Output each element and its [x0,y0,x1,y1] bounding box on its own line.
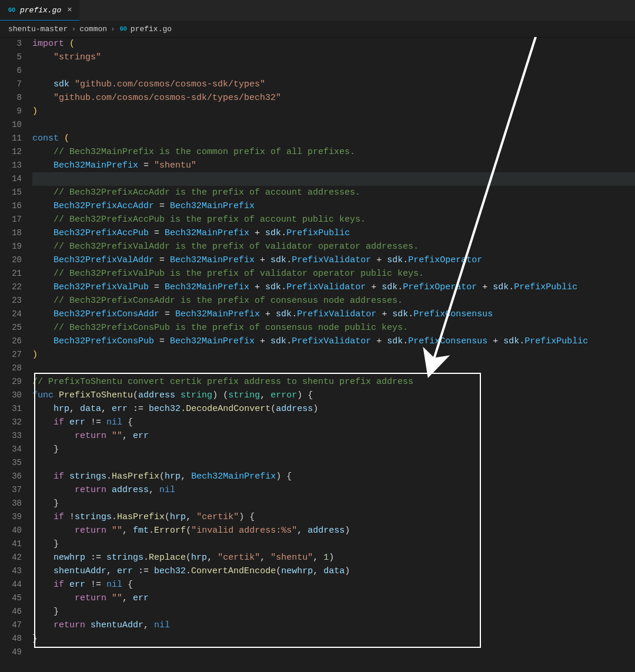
code-line[interactable] [32,172,635,186]
chevron-right-icon: › [111,25,115,34]
line-number: 27 [0,348,22,362]
line-number: 19 [0,240,22,253]
code-line[interactable]: // Bech32MainPrefix is the common prefix… [32,145,635,159]
tab-prefix-go[interactable]: GO prefix.go × [0,0,79,21]
code-line[interactable]: // Bech32PrefixConsPub is the prefix of … [32,321,635,335]
code-line[interactable]: const ( [32,132,635,145]
line-number: 34 [0,443,22,456]
code-line[interactable]: return "", err [32,591,635,605]
line-number: 44 [0,578,22,591]
go-file-icon: GO [7,5,16,15]
line-number: 45 [0,591,22,605]
code-line[interactable]: hrp, data, err := bech32.DecodeAndConver… [32,402,635,416]
line-number: 49 [0,646,22,659]
tab-filename: prefix.go [20,6,61,15]
line-number: 12 [0,145,22,159]
line-number: 15 [0,186,22,199]
line-number: 25 [0,321,22,335]
code-line[interactable]: "strings" [32,51,635,64]
code-line[interactable]: } [32,537,635,551]
line-number: 31 [0,402,22,416]
code-line[interactable]: // Bech32PrefixValPub is the prefix of v… [32,267,635,280]
line-number: 48 [0,632,22,646]
line-number: 9 [0,105,22,118]
line-number: 41 [0,537,22,551]
breadcrumb-file[interactable]: prefix.go [131,25,172,34]
breadcrumb-seg1[interactable]: shentu-master [8,25,68,34]
line-number: 22 [0,280,22,294]
code-line[interactable]: Bech32MainPrefix = "shentu" [32,159,635,172]
code-line[interactable]: } [32,497,635,510]
code-line[interactable]: "github.com/cosmos/cosmos-sdk/types/bech… [32,91,635,105]
code-line[interactable]: // Bech32PrefixAccPub is the prefix of a… [32,213,635,226]
code-line[interactable]: Bech32PrefixAccAddr = Bech32MainPrefix [32,199,635,213]
code-line[interactable]: } [32,443,635,456]
line-number: 10 [0,118,22,132]
code-line[interactable]: Bech32PrefixValAddr = Bech32MainPrefix +… [32,253,635,267]
line-number: 28 [0,362,22,375]
go-file-icon: GO [119,24,128,34]
code-line[interactable]: Bech32PrefixConsAddr = Bech32MainPrefix … [32,307,635,321]
code-area[interactable]: import ( "strings" sdk "github.com/cosmo… [32,37,635,672]
code-line[interactable] [32,64,635,78]
line-number: 6 [0,64,22,78]
code-line[interactable]: if err != nil { [32,416,635,429]
line-number: 20 [0,253,22,267]
line-number: 5 [0,51,22,64]
line-number: 24 [0,307,22,321]
code-line[interactable] [32,118,635,132]
close-icon[interactable]: × [67,5,72,15]
code-line[interactable]: ) [32,105,635,118]
code-line[interactable]: } [32,632,635,646]
line-number: 7 [0,78,22,91]
line-number: 18 [0,226,22,240]
line-number: 37 [0,483,22,497]
line-number: 39 [0,510,22,524]
code-line[interactable]: Bech32PrefixConsPub = Bech32MainPrefix +… [32,335,635,348]
code-line[interactable]: if err != nil { [32,578,635,591]
code-line[interactable] [32,646,635,659]
line-number: 11 [0,132,22,145]
line-number: 23 [0,294,22,307]
line-number: 17 [0,213,22,226]
code-line[interactable]: Bech32PrefixAccPub = Bech32MainPrefix + … [32,226,635,240]
code-line[interactable]: // PrefixToShentu convert certik prefix … [32,375,635,389]
line-number: 16 [0,199,22,213]
chevron-right-icon: › [71,25,76,34]
line-number: 38 [0,497,22,510]
breadcrumb[interactable]: shentu-master › common › GO prefix.go [0,21,635,37]
line-number: 36 [0,470,22,483]
line-number: 14 [0,172,22,186]
line-number: 21 [0,267,22,280]
code-line[interactable] [32,456,635,470]
code-line[interactable]: // Bech32PrefixValAddr is the prefix of … [32,240,635,253]
code-line[interactable]: if strings.HasPrefix(hrp, Bech32MainPref… [32,470,635,483]
code-line[interactable]: return "", fmt.Errorf("invalid address:%… [32,524,635,537]
code-line[interactable]: import ( [32,37,635,51]
line-number: 46 [0,605,22,618]
code-line[interactable]: // Bech32PrefixAccAddr is the prefix of … [32,186,635,199]
line-number: 30 [0,389,22,402]
code-line[interactable]: return address, nil [32,483,635,497]
code-line[interactable]: newhrp := strings.Replace(hrp, "certik",… [32,551,635,564]
code-line[interactable]: sdk "github.com/cosmos/cosmos-sdk/types" [32,78,635,91]
breadcrumb-seg2[interactable]: common [79,25,107,34]
code-line[interactable]: return shentuAddr, nil [32,618,635,632]
line-number: 29 [0,375,22,389]
line-number: 42 [0,551,22,564]
code-line[interactable]: shentuAddr, err := bech32.ConvertAndEnco… [32,564,635,578]
line-number: 47 [0,618,22,632]
code-line[interactable]: return "", err [32,429,635,443]
code-line[interactable]: ) [32,348,635,362]
line-number: 32 [0,416,22,429]
code-editor[interactable]: 3567891011121314151617181920212223242526… [0,37,635,672]
code-line[interactable]: } [32,605,635,618]
code-line[interactable]: Bech32PrefixValPub = Bech32MainPrefix + … [32,280,635,294]
code-line[interactable]: // Bech32PrefixConsAddr is the prefix of… [32,294,635,307]
code-line[interactable]: if !strings.HasPrefix(hrp, "certik") { [32,510,635,524]
line-number: 43 [0,564,22,578]
tab-bar: GO prefix.go × [0,0,635,21]
line-number: 3 [0,37,22,51]
code-line[interactable]: func PrefixToShentu(address string) (str… [32,389,635,402]
code-line[interactable] [32,362,635,375]
